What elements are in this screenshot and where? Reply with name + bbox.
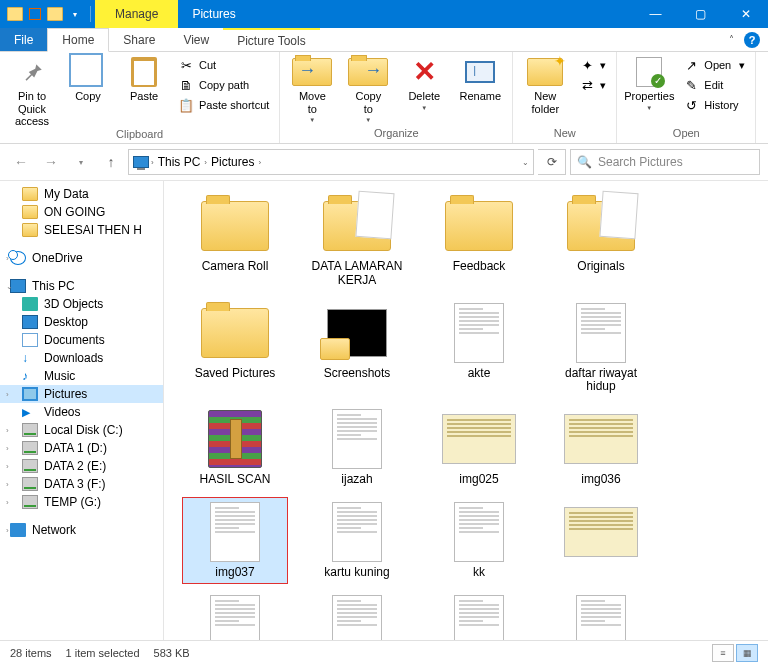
chevron-right-icon[interactable]: ›: [258, 158, 261, 167]
file-item[interactable]: img037: [182, 497, 288, 584]
file-item[interactable]: Camera Roll: [182, 191, 288, 292]
invert-selection-button[interactable]: ◩Invert selection: [762, 96, 768, 114]
move-to-button[interactable]: → Move to▼: [286, 54, 338, 124]
file-tab[interactable]: File: [0, 28, 47, 51]
nav-quick-item[interactable]: My Data: [0, 185, 163, 203]
nav-quick-item[interactable]: SELESAI THEN H: [0, 221, 163, 239]
tab-picture-tools[interactable]: Picture Tools: [223, 28, 319, 51]
chevron-right-icon[interactable]: ›: [6, 498, 9, 507]
ribbon-collapse-icon[interactable]: ˄: [729, 34, 734, 45]
nav-pc-item[interactable]: ›TEMP (G:): [0, 493, 163, 511]
file-view[interactable]: Camera RollDATA LAMARAN KERJAFeedbackOri…: [164, 181, 768, 640]
file-item[interactable]: [548, 590, 654, 640]
chevron-right-icon[interactable]: ›: [6, 426, 9, 435]
copy-button[interactable]: Copy: [62, 54, 114, 103]
paste-button[interactable]: Paste: [118, 54, 170, 103]
file-item[interactable]: ijazah: [304, 404, 410, 491]
history-button[interactable]: ↺History: [679, 96, 749, 114]
file-item[interactable]: DATA LAMARAN KERJA: [304, 191, 410, 292]
new-folder-button[interactable]: New folder: [519, 54, 571, 115]
paste-shortcut-button[interactable]: 📋Paste shortcut: [174, 96, 273, 114]
tab-home[interactable]: Home: [47, 28, 109, 52]
qat-dropdown-icon[interactable]: ▾: [66, 5, 84, 23]
select-none-button[interactable]: ▢Select none: [762, 76, 768, 94]
cut-button[interactable]: ✂Cut: [174, 56, 273, 74]
qat-folder-icon[interactable]: [6, 5, 24, 23]
tab-view[interactable]: View: [169, 28, 223, 51]
easy-access-button[interactable]: ⇄▾: [575, 76, 610, 94]
file-item[interactable]: Feedback: [426, 191, 532, 292]
chevron-right-icon[interactable]: ›: [6, 480, 9, 489]
new-item-button[interactable]: ✦▾: [575, 56, 610, 74]
copy-to-button[interactable]: → Copy to▼: [342, 54, 394, 124]
search-input[interactable]: 🔍 Search Pictures: [570, 149, 760, 175]
chevron-right-icon[interactable]: ›: [151, 158, 154, 167]
file-item[interactable]: Screenshots: [304, 298, 410, 399]
file-item[interactable]: [304, 590, 410, 640]
delete-button[interactable]: ✕ Delete▼: [398, 54, 450, 112]
tab-share[interactable]: Share: [109, 28, 169, 51]
file-item[interactable]: akte: [426, 298, 532, 399]
nav-pc-item[interactable]: ›DATA 2 (E:): [0, 457, 163, 475]
chevron-right-icon[interactable]: ›: [204, 158, 207, 167]
file-item[interactable]: Originals: [548, 191, 654, 292]
copy-path-button[interactable]: 🗎Copy path: [174, 76, 273, 94]
select-all-button[interactable]: ▦Select all: [762, 56, 768, 74]
minimize-button[interactable]: —: [633, 0, 678, 28]
qat-folder2-icon[interactable]: [46, 5, 64, 23]
recent-locations-button[interactable]: ▾: [68, 149, 94, 175]
pin-to-quick-access-button[interactable]: Pin to Quick access: [6, 54, 58, 128]
file-item[interactable]: HASIL SCAN: [182, 404, 288, 491]
file-item[interactable]: kartu kuning: [304, 497, 410, 584]
file-item[interactable]: Saved Pictures: [182, 298, 288, 399]
view-large-icons-button[interactable]: ▦: [736, 644, 758, 662]
file-item[interactable]: daftar riwayat hidup: [548, 298, 654, 399]
contextual-tab-manage[interactable]: Manage: [95, 0, 178, 28]
back-button[interactable]: ←: [8, 149, 34, 175]
breadcrumb[interactable]: Pictures: [209, 155, 256, 169]
properties-button[interactable]: Properties▼: [623, 54, 675, 112]
qat-check-icon[interactable]: [26, 5, 44, 23]
refresh-button[interactable]: ⟳: [538, 149, 566, 175]
maximize-button[interactable]: ▢: [678, 0, 723, 28]
file-item[interactable]: kk: [426, 497, 532, 584]
nav-pc-item[interactable]: 3D Objects: [0, 295, 163, 313]
nav-thispc[interactable]: ⌄This PC: [0, 277, 163, 295]
file-item[interactable]: [548, 497, 654, 584]
new-folder-icon: [527, 58, 563, 86]
nav-onedrive[interactable]: ›OneDrive: [0, 249, 163, 267]
address-bar[interactable]: › This PC › Pictures › ⌄: [128, 149, 534, 175]
nav-pc-item[interactable]: ›DATA 3 (F:): [0, 475, 163, 493]
chevron-down-icon[interactable]: ⌄: [6, 282, 13, 291]
help-icon[interactable]: ?: [744, 32, 760, 48]
nav-pc-item[interactable]: ›DATA 1 (D:): [0, 439, 163, 457]
file-item[interactable]: [182, 590, 288, 640]
up-button[interactable]: ↑: [98, 149, 124, 175]
chevron-right-icon[interactable]: ›: [6, 526, 9, 535]
nav-pc-item[interactable]: Desktop: [0, 313, 163, 331]
nav-pc-item[interactable]: Documents: [0, 331, 163, 349]
file-item[interactable]: img036: [548, 404, 654, 491]
nav-pc-item[interactable]: ›Local Disk (C:): [0, 421, 163, 439]
nav-pc-item[interactable]: ↓Downloads: [0, 349, 163, 367]
file-item[interactable]: img025: [426, 404, 532, 491]
chevron-right-icon[interactable]: ›: [6, 390, 9, 399]
address-dropdown-icon[interactable]: ⌄: [522, 158, 529, 167]
nav-pc-item[interactable]: ♪Music: [0, 367, 163, 385]
nav-pc-item[interactable]: ›Pictures: [0, 385, 163, 403]
quick-access-toolbar: ▾: [0, 5, 95, 23]
chevron-right-icon[interactable]: ›: [6, 444, 9, 453]
close-button[interactable]: ✕: [723, 0, 768, 28]
chevron-right-icon[interactable]: ›: [6, 462, 9, 471]
nav-quick-item[interactable]: ON GOING: [0, 203, 163, 221]
open-button[interactable]: ↗Open▾: [679, 56, 749, 74]
breadcrumb[interactable]: This PC: [156, 155, 203, 169]
rename-button[interactable]: Rename: [454, 54, 506, 103]
nav-network[interactable]: ›Network: [0, 521, 163, 539]
file-item[interactable]: [426, 590, 532, 640]
nav-pc-item[interactable]: ▶Videos: [0, 403, 163, 421]
edit-button[interactable]: ✎Edit: [679, 76, 749, 94]
forward-button[interactable]: →: [38, 149, 64, 175]
navigation-pane[interactable]: My DataON GOINGSELESAI THEN H ›OneDrive …: [0, 181, 164, 640]
view-details-button[interactable]: ≡: [712, 644, 734, 662]
